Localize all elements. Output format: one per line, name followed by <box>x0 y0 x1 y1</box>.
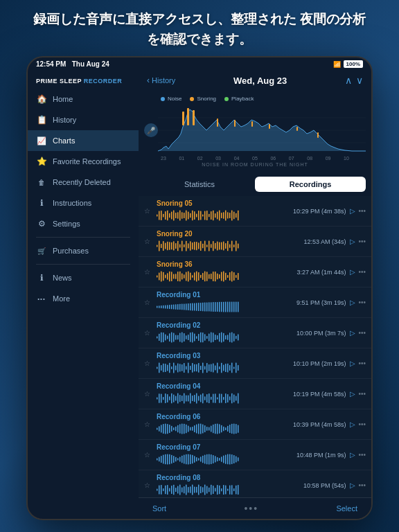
rec-waveform[interactable] <box>157 209 286 222</box>
rec-star[interactable]: ☆ <box>144 207 152 215</box>
rec-star[interactable]: ☆ <box>144 420 152 428</box>
svg-rect-228 <box>190 366 191 370</box>
svg-rect-183 <box>179 333 181 342</box>
rec-waveform[interactable] <box>157 330 286 344</box>
sidebar-item-home[interactable]: 🏠 Home <box>28 89 139 109</box>
rec-time: 10:29 PM (4m 38s) <box>290 208 346 215</box>
rec-waveform[interactable] <box>157 239 286 253</box>
rec-more-button[interactable]: ••• <box>358 268 366 276</box>
rec-more-button[interactable]: ••• <box>358 329 366 337</box>
svg-rect-324 <box>223 427 224 432</box>
instructions-icon: ℹ <box>36 197 47 209</box>
rec-more-button[interactable]: ••• <box>358 390 366 398</box>
svg-rect-19 <box>171 212 172 220</box>
more-icon: ••• <box>36 293 47 304</box>
sort-button[interactable]: Sort <box>152 504 166 513</box>
tab-statistics[interactable]: Statistics <box>144 177 255 192</box>
rec-star[interactable]: ☆ <box>144 390 152 398</box>
rec-waveform[interactable] <box>157 483 286 497</box>
svg-rect-56 <box>165 243 166 249</box>
sidebar-item-purchases[interactable]: 🛒 Purchases <box>28 240 139 261</box>
svg-rect-98 <box>169 272 170 282</box>
tab-recordings[interactable]: Recordings <box>255 177 366 192</box>
rec-more-button[interactable]: ••• <box>358 360 366 367</box>
rec-star[interactable]: ☆ <box>144 268 152 276</box>
rec-star[interactable]: ☆ <box>144 451 152 459</box>
rec-waveform[interactable] <box>157 361 286 375</box>
svg-rect-399 <box>213 486 214 494</box>
svg-rect-343 <box>179 457 181 462</box>
sidebar-item-settings[interactable]: ⚙ Settings <box>28 213 139 234</box>
svg-rect-352 <box>198 458 200 461</box>
rec-star[interactable]: ☆ <box>144 329 152 337</box>
recordings-list: ☆ Snoring 05 10:29 PM (4m 38s) ▷ ••• ☆ S… <box>139 196 371 497</box>
rec-play-button[interactable]: ▷ <box>350 451 355 459</box>
rec-waveform[interactable] <box>157 422 286 436</box>
sidebar-item-history[interactable]: 📋 History <box>28 109 139 130</box>
svg-rect-61 <box>175 243 177 249</box>
svg-rect-54 <box>161 244 162 248</box>
svg-rect-401 <box>217 485 218 495</box>
rec-play-button[interactable]: ▷ <box>350 238 355 245</box>
sidebar-item-deleted[interactable]: 🗑 Recently Deleted <box>28 172 139 193</box>
svg-rect-116 <box>206 272 208 281</box>
rec-waveform[interactable] <box>157 391 286 405</box>
mic-button[interactable]: 🎤 <box>144 123 158 137</box>
rec-waveform[interactable] <box>157 452 286 466</box>
rec-more-button[interactable]: ••• <box>358 451 366 459</box>
rec-waveform[interactable] <box>157 269 286 283</box>
rec-star[interactable]: ☆ <box>144 299 152 306</box>
svg-rect-53 <box>159 241 160 251</box>
sidebar-item-favorites[interactable]: ⭐ Favorite Recordings <box>28 151 139 172</box>
svg-rect-310 <box>194 425 195 432</box>
rec-play-button[interactable]: ▷ <box>350 360 355 367</box>
svg-rect-22 <box>177 212 179 219</box>
rec-star[interactable]: ☆ <box>144 360 152 367</box>
rec-star[interactable]: ☆ <box>144 481 152 489</box>
svg-rect-7 <box>234 120 236 127</box>
rec-more-button[interactable]: ••• <box>358 481 366 489</box>
rec-play-button[interactable]: ▷ <box>350 329 355 337</box>
svg-rect-55 <box>163 241 164 251</box>
sidebar-item-instructions[interactable]: ℹ Instructions <box>28 193 139 213</box>
sidebar-item-charts[interactable]: 📈 Charts <box>28 130 139 151</box>
svg-rect-67 <box>188 243 189 248</box>
svg-rect-48 <box>231 211 233 221</box>
rec-more-button[interactable]: ••• <box>358 420 366 428</box>
rec-more-button[interactable]: ••• <box>358 207 366 215</box>
bottom-bar: Sort ••• Select <box>139 497 371 519</box>
nav-down-button[interactable]: ∨ <box>356 75 363 86</box>
rec-play-button[interactable]: ▷ <box>350 390 355 398</box>
rec-star[interactable]: ☆ <box>144 238 152 245</box>
rec-play-button[interactable]: ▷ <box>350 207 355 215</box>
svg-rect-173 <box>159 334 160 341</box>
svg-rect-157 <box>209 302 210 311</box>
rec-more-button[interactable]: ••• <box>358 299 366 306</box>
sidebar-item-news[interactable]: ℹ News <box>28 267 139 288</box>
rec-play-button[interactable]: ▷ <box>350 299 355 306</box>
svg-rect-219 <box>171 366 172 369</box>
sidebar-item-more[interactable]: ••• More <box>28 288 139 309</box>
svg-rect-252 <box>157 398 158 400</box>
nav-up-button[interactable]: ∧ <box>345 75 352 86</box>
legend-noise: Noise <box>161 96 181 102</box>
deleted-icon: 🗑 <box>36 177 47 188</box>
svg-rect-379 <box>171 486 172 494</box>
rec-info: Recording 01 <box>157 291 286 314</box>
svg-rect-108 <box>190 273 191 281</box>
svg-rect-18 <box>169 213 170 218</box>
status-time: 12:54 PM Thu Aug 24 <box>36 60 109 68</box>
rec-more-button[interactable]: ••• <box>358 238 366 245</box>
rec-play-button[interactable]: ▷ <box>350 481 355 489</box>
rec-waveform[interactable] <box>157 300 286 314</box>
svg-rect-156 <box>206 303 208 312</box>
select-button[interactable]: Select <box>336 504 357 513</box>
rec-play-button[interactable]: ▷ <box>350 420 355 428</box>
svg-rect-233 <box>200 366 202 370</box>
rec-play-button[interactable]: ▷ <box>350 268 355 276</box>
svg-rect-238 <box>211 364 212 371</box>
rec-info: Recording 08 <box>157 474 286 497</box>
nav-back-button[interactable]: ‹ History <box>147 76 175 85</box>
svg-rect-279 <box>213 394 214 403</box>
svg-rect-41 <box>217 212 218 220</box>
